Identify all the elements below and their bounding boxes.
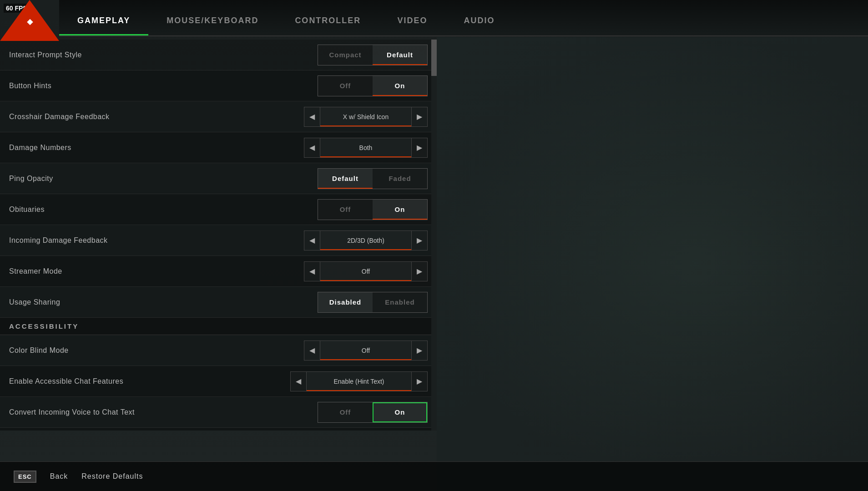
control-streamer-mode: ◀ Off ▶ bbox=[304, 261, 428, 281]
control-interact-prompt: Compact Default bbox=[318, 45, 428, 65]
btn-off-obituaries[interactable]: Off bbox=[318, 200, 373, 220]
setting-color-blind: Color Blind Mode ◀ Off ▶ bbox=[0, 335, 437, 366]
value-crosshair: X w/ Shield Icon bbox=[320, 107, 411, 127]
nav-mouse-keyboard[interactable]: MOUSE/KEYBOARD bbox=[148, 10, 277, 31]
label-color-blind: Color Blind Mode bbox=[9, 346, 304, 355]
setting-voice-to-chat: Convert Incoming Voice to Chat Text Off … bbox=[0, 397, 437, 428]
logo-text: ⬥ bbox=[26, 14, 33, 28]
setting-accessible-chat: Enable Accessible Chat Features ◀ Enable… bbox=[0, 366, 437, 397]
setting-text-as-speech: Play Incoming Text Chat as Speech Off On bbox=[0, 428, 437, 431]
control-obituaries: Off On bbox=[318, 199, 428, 220]
arrow-left-colorblind[interactable]: ◀ bbox=[304, 341, 320, 361]
scrollbar-track bbox=[431, 40, 437, 431]
control-damage-numbers: ◀ Both ▶ bbox=[304, 138, 428, 158]
btn-on-hints[interactable]: On bbox=[373, 76, 427, 96]
control-voice-to-chat: Off On bbox=[318, 402, 428, 423]
setting-streamer-mode: Streamer Mode ◀ Off ▶ bbox=[0, 256, 437, 287]
btn-enabled-usage[interactable]: Enabled bbox=[373, 292, 427, 312]
label-incoming-damage: Incoming Damage Feedback bbox=[9, 236, 304, 245]
control-color-blind: ◀ Off ▶ bbox=[304, 341, 428, 361]
btn-disabled-usage[interactable]: Disabled bbox=[318, 292, 373, 312]
setting-incoming-damage: Incoming Damage Feedback ◀ 2D/3D (Both) … bbox=[0, 225, 437, 256]
btn-compact[interactable]: Compact bbox=[318, 45, 373, 65]
settings-panel: Interact Prompt Style Compact Default Bu… bbox=[0, 40, 437, 431]
arrow-left-streamer[interactable]: ◀ bbox=[304, 261, 320, 281]
label-button-hints: Button Hints bbox=[9, 82, 318, 90]
btn-default-ping[interactable]: Default bbox=[318, 169, 373, 189]
arrow-right-crosshair[interactable]: ▶ bbox=[411, 107, 428, 127]
toggle-voice-to-chat: Off On bbox=[318, 402, 428, 423]
esc-key-label: ESC bbox=[14, 471, 36, 483]
control-crosshair: ◀ X w/ Shield Icon ▶ bbox=[304, 107, 428, 127]
toggle-interact-prompt: Compact Default bbox=[318, 45, 428, 65]
label-damage-numbers: Damage Numbers bbox=[9, 144, 304, 152]
setting-interact-prompt: Interact Prompt Style Compact Default bbox=[0, 40, 437, 70]
arrow-left-chat[interactable]: ◀ bbox=[290, 371, 307, 391]
apex-logo: ⬥ bbox=[0, 0, 59, 41]
btn-on-obituaries[interactable]: On bbox=[373, 200, 427, 220]
label-streamer-mode: Streamer Mode bbox=[9, 267, 304, 276]
arrow-left-damage[interactable]: ◀ bbox=[304, 138, 320, 158]
nav-video[interactable]: VIDEO bbox=[379, 10, 445, 31]
arrow-right-streamer[interactable]: ▶ bbox=[411, 261, 428, 281]
back-button[interactable]: Back bbox=[50, 472, 68, 481]
right-background bbox=[437, 37, 868, 491]
control-accessible-chat: ◀ Enable (Hint Text) ▶ bbox=[290, 371, 428, 391]
nav-audio[interactable]: AUDIO bbox=[445, 10, 513, 31]
arrow-right-chat[interactable]: ▶ bbox=[411, 371, 428, 391]
label-obituaries: Obituaries bbox=[9, 205, 318, 214]
value-streamer-mode: Off bbox=[320, 261, 411, 281]
arrow-right-incoming[interactable]: ▶ bbox=[411, 230, 428, 251]
setting-button-hints: Button Hints Off On bbox=[0, 70, 437, 101]
restore-defaults-button[interactable]: Restore Defaults bbox=[81, 472, 143, 481]
arrow-right-damage[interactable]: ▶ bbox=[411, 138, 428, 158]
control-incoming-damage: ◀ 2D/3D (Both) ▶ bbox=[304, 230, 428, 251]
value-incoming-damage: 2D/3D (Both) bbox=[320, 230, 411, 251]
label-ping-opacity: Ping Opacity bbox=[9, 175, 318, 183]
toggle-usage-sharing: Disabled Enabled bbox=[318, 292, 428, 313]
arrow-left-crosshair[interactable]: ◀ bbox=[304, 107, 320, 127]
arrow-right-colorblind[interactable]: ▶ bbox=[411, 341, 428, 361]
label-interact-prompt: Interact Prompt Style bbox=[9, 51, 318, 59]
control-ping-opacity: Default Faded bbox=[318, 168, 428, 189]
value-color-blind: Off bbox=[320, 341, 411, 361]
settings-list: Interact Prompt Style Compact Default Bu… bbox=[0, 40, 437, 431]
btn-on-voice[interactable]: On bbox=[373, 402, 427, 422]
value-damage-numbers: Both bbox=[320, 138, 411, 158]
toggle-button-hints: Off On bbox=[318, 75, 428, 96]
setting-crosshair: Crosshair Damage Feedback ◀ X w/ Shield … bbox=[0, 101, 437, 132]
btn-off-voice[interactable]: Off bbox=[318, 402, 373, 422]
arrow-left-incoming[interactable]: ◀ bbox=[304, 230, 320, 251]
nav-bar: GAMEPLAY MOUSE/KEYBOARD CONTROLLER VIDEO… bbox=[59, 0, 868, 36]
label-crosshair: Crosshair Damage Feedback bbox=[9, 113, 304, 121]
label-usage-sharing: Usage Sharing bbox=[9, 298, 318, 306]
nav-gameplay[interactable]: GAMEPLAY bbox=[59, 10, 148, 31]
value-accessible-chat: Enable (Hint Text) bbox=[307, 371, 411, 391]
main-content: Interact Prompt Style Compact Default Bu… bbox=[0, 37, 868, 491]
toggle-obituaries: Off On bbox=[318, 199, 428, 220]
control-usage-sharing: Disabled Enabled bbox=[318, 292, 428, 313]
btn-default[interactable]: Default bbox=[373, 45, 427, 65]
label-voice-to-chat: Convert Incoming Voice to Chat Text bbox=[9, 408, 318, 416]
setting-damage-numbers: Damage Numbers ◀ Both ▶ bbox=[0, 132, 437, 163]
setting-obituaries: Obituaries Off On bbox=[0, 194, 437, 225]
bottom-bar: ESC Back Restore Defaults bbox=[0, 461, 868, 491]
control-button-hints: Off On bbox=[318, 75, 428, 96]
scrollbar-thumb[interactable] bbox=[431, 40, 437, 76]
label-accessible-chat: Enable Accessible Chat Features bbox=[9, 377, 290, 386]
setting-ping-opacity: Ping Opacity Default Faded bbox=[0, 163, 437, 194]
btn-faded-ping[interactable]: Faded bbox=[373, 169, 427, 189]
setting-usage-sharing: Usage Sharing Disabled Enabled bbox=[0, 287, 437, 318]
right-panel bbox=[437, 37, 868, 491]
toggle-ping-opacity: Default Faded bbox=[318, 168, 428, 189]
section-accessibility: ACCESSIBILITY bbox=[0, 318, 437, 335]
nav-controller[interactable]: CONTROLLER bbox=[277, 10, 379, 31]
btn-off-hints[interactable]: Off bbox=[318, 76, 373, 96]
